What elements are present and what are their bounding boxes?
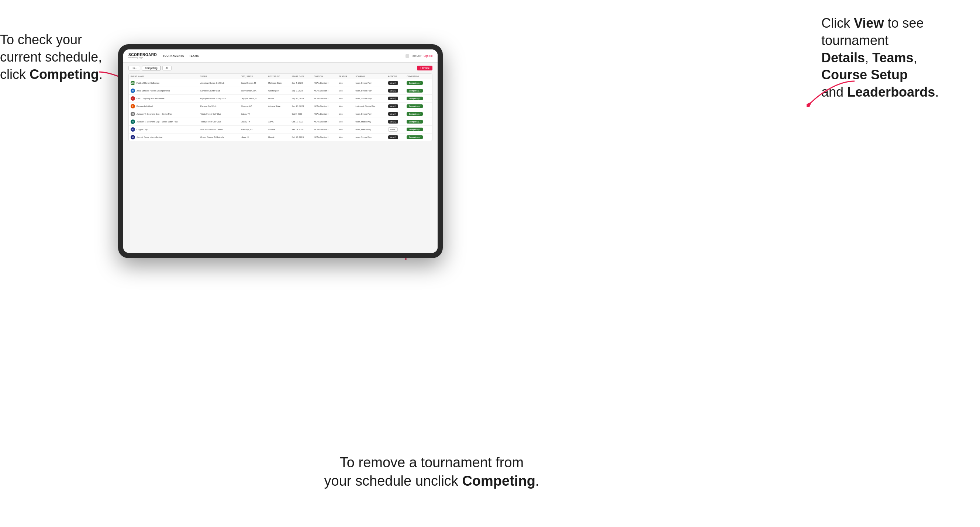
competing-cell: Competing ✓ xyxy=(405,103,432,110)
nav-tournaments[interactable]: TOURNAMENTS xyxy=(163,54,184,58)
table-header-row: EVENT NAME VENUE CITY, STATE HOSTED BY S… xyxy=(129,74,432,79)
logo-subtitle: Powered by clippi xyxy=(129,57,157,59)
gender-cell: Men xyxy=(337,126,354,133)
event-name: Jackson T. Stephens Cup – Men's Match Pl… xyxy=(137,121,178,123)
team-icon: I xyxy=(130,96,135,101)
tablet-screen: SCOREBOARD Powered by clippi TOURNAMENTS… xyxy=(123,49,438,253)
annotation-top-left: To check your current schedule, click Co… xyxy=(0,31,107,83)
competing-button[interactable]: Competing ✓ xyxy=(407,81,423,85)
view-button[interactable]: View ⓘ xyxy=(388,135,398,139)
event-name: Papago Individual xyxy=(137,105,153,107)
competing-button[interactable]: Competing ✓ xyxy=(407,104,423,108)
scoring-cell: individual, Stroke Play xyxy=(353,103,386,110)
hosted-by-cell: Hawaii xyxy=(266,133,290,141)
view-button[interactable]: View ⓘ xyxy=(388,104,398,108)
table-row: JS Jackson T. Stephens Cup – Stroke Play… xyxy=(129,110,432,118)
event-name: OFCC Fighting Illini Invitational xyxy=(137,97,165,100)
city-state-cell: Maricopa, AZ xyxy=(239,126,266,133)
view-button[interactable]: View ⓘ xyxy=(388,112,398,116)
start-date-cell: Sep 15, 2023 xyxy=(290,95,312,103)
col-hosted-by: HOSTED BY xyxy=(266,74,290,79)
city-state-cell: Olympia Fields, IL xyxy=(239,95,266,103)
division-cell: NCAA Division I xyxy=(312,87,337,95)
competing-button[interactable]: Competing ✓ xyxy=(407,120,423,124)
tab-all[interactable]: All xyxy=(162,66,172,70)
view-button[interactable]: View ⓘ xyxy=(388,89,398,92)
scoring-cell: team, Stroke Play xyxy=(353,110,386,118)
event-name-cell: JS Jackson T. Stephens Cup – Stroke Play xyxy=(129,110,199,118)
team-icon: A xyxy=(130,127,135,132)
division-cell: NCAA Division I xyxy=(312,126,337,133)
actions-cell: View ⓘ xyxy=(386,133,405,141)
city-state-cell: Dallas, TX xyxy=(239,110,266,118)
hosted-by-cell xyxy=(266,110,290,118)
actions-cell: View ⓘ xyxy=(386,79,405,87)
scoring-cell: team, Stroke Play xyxy=(353,79,386,87)
division-cell: NCAA Division I xyxy=(312,95,337,103)
competing-cell: Competing ✓ xyxy=(405,79,432,87)
competing-cell: Competing ✓ xyxy=(405,133,432,141)
team-icon: JS xyxy=(130,119,135,124)
city-state-cell: Lihue, HI xyxy=(239,133,266,141)
col-actions: ACTIONS xyxy=(386,74,405,79)
event-name-cell: P Papago Individual xyxy=(129,103,199,110)
tournament-table: EVENT NAME VENUE CITY, STATE HOSTED BY S… xyxy=(129,73,433,141)
content-area: Ho... Competing All + Create EVENT NAME … xyxy=(123,63,438,253)
team-icon: JS xyxy=(130,112,135,116)
venue-cell: Trinity Forest Golf Club xyxy=(199,110,239,118)
view-button[interactable]: View ⓘ xyxy=(388,120,398,124)
division-cell: NCAA Division I xyxy=(312,79,337,87)
actions-cell: View ⓘ xyxy=(386,118,405,126)
sign-out-link[interactable]: Sign out xyxy=(423,55,433,57)
venue-cell: American Dunes Golf Club xyxy=(199,79,239,87)
competing-button[interactable]: Competing ✓ xyxy=(407,89,423,92)
competing-button[interactable]: Competing ✓ xyxy=(407,135,423,139)
view-button[interactable]: View ⓘ xyxy=(388,97,398,100)
table-row: I OFCC Fighting Illini Invitational Olym… xyxy=(129,95,432,103)
venue-cell: Trinity Forest Golf Club xyxy=(199,118,239,126)
event-name-cell: I OFCC Fighting Illini Invitational xyxy=(129,95,199,103)
table-row: A Copper Cup Ak-Chin Southern DunesMaric… xyxy=(129,126,432,133)
nav-teams[interactable]: TEAMS xyxy=(189,54,199,58)
city-state-cell: Phoenix, AZ xyxy=(239,103,266,110)
competing-button[interactable]: Competing ✓ xyxy=(407,112,423,116)
competing-cell: Competing ✓ xyxy=(405,126,432,133)
competing-cell: Competing ✓ xyxy=(405,87,432,95)
create-button[interactable]: + Create xyxy=(417,66,433,70)
scoring-cell: team, Match Play xyxy=(353,126,386,133)
actions-cell: ✏ Edit xyxy=(386,126,405,133)
hosted-by-cell: Illinois xyxy=(266,95,290,103)
hosted-by-cell: ABAC xyxy=(266,118,290,126)
division-cell: NCAA Division I xyxy=(312,118,337,126)
city-state-cell: Dallas, TX xyxy=(239,118,266,126)
nav-links: TOURNAMENTS TEAMS xyxy=(163,54,399,58)
annotation-competing-bold: Competing xyxy=(30,67,99,82)
competing-button[interactable]: Competing ✓ xyxy=(407,97,423,100)
gender-cell: Men xyxy=(337,103,354,110)
team-icon: P xyxy=(130,104,135,108)
table-row: H John A. Burns Intercollegiate Ocean Co… xyxy=(129,133,432,141)
start-date-cell: Feb 15, 2024 xyxy=(290,133,312,141)
event-name-cell: H John A. Burns Intercollegiate xyxy=(129,133,199,141)
col-city-state: CITY, STATE xyxy=(239,74,266,79)
event-name-cell: JS Jackson T. Stephens Cup – Men's Match… xyxy=(129,118,199,126)
gender-cell: Men xyxy=(337,118,354,126)
tab-home[interactable]: Ho... xyxy=(129,66,140,70)
view-button[interactable]: View ⓘ xyxy=(388,81,398,85)
competing-button[interactable]: Competing ✓ xyxy=(407,128,423,131)
event-name: 2023 Sahalee Players Championship xyxy=(137,90,170,92)
start-date-cell: Jan 14, 2024 xyxy=(290,126,312,133)
event-name: Copper Cup xyxy=(137,129,148,130)
edit-button[interactable]: ✏ Edit xyxy=(388,127,398,132)
annotation-bottom: To remove a tournament from your schedul… xyxy=(302,454,561,490)
user-icon xyxy=(406,54,409,58)
scoreboard-logo: SCOREBOARD Powered by clippi xyxy=(129,53,157,59)
nav-right: Test User Sign out xyxy=(406,54,433,58)
tab-competing[interactable]: Competing xyxy=(142,66,161,70)
scoring-cell: team, Stroke Play xyxy=(353,87,386,95)
hosted-by-cell: Arizona State xyxy=(266,103,290,110)
gender-cell: Men xyxy=(337,95,354,103)
col-scoring: SCORING xyxy=(353,74,386,79)
table-row: JS Jackson T. Stephens Cup – Men's Match… xyxy=(129,118,432,126)
col-start-date: START DATE xyxy=(290,74,312,79)
